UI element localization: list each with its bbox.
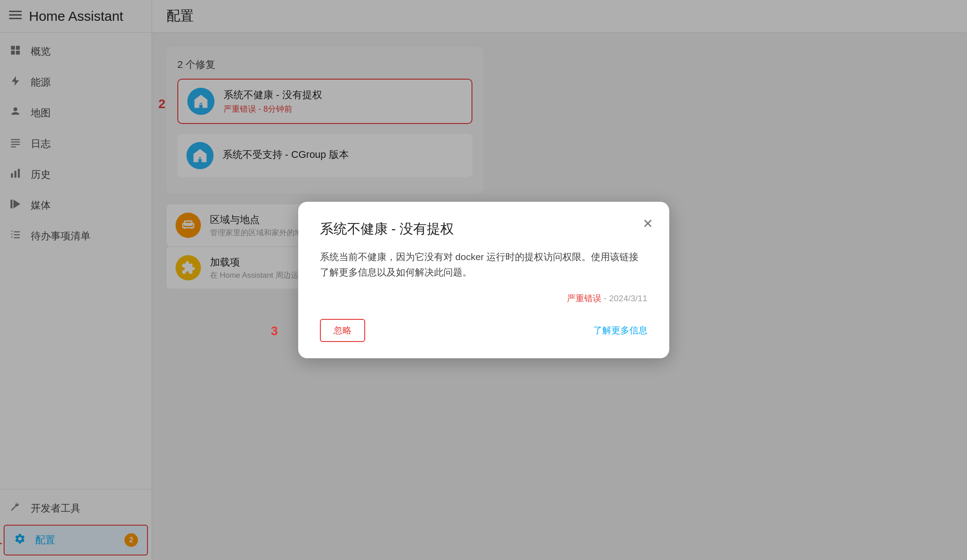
dialog-body: 系统当前不健康，因为它没有对 docker 运行时的提权访问权限。使用该链接了解… (320, 249, 648, 280)
dialog-actions: 忽略 了解更多信息 (320, 319, 648, 342)
learn-more-button[interactable]: 了解更多信息 (593, 324, 648, 337)
dialog-status-date: - 2024/3/11 (604, 294, 647, 303)
dialog-title: 系统不健康 - 没有提权 (320, 220, 648, 238)
dialog: 3 ✕ 系统不健康 - 没有提权 系统当前不健康，因为它没有对 docker 运… (298, 202, 669, 358)
dialog-status: 严重错误 - 2024/3/11 (320, 293, 648, 304)
dialog-close-button[interactable]: ✕ (643, 216, 653, 231)
dialog-status-label: 严重错误 (567, 294, 601, 303)
ignore-button[interactable]: 忽略 (320, 319, 365, 342)
dialog-overlay: 3 ✕ 系统不健康 - 没有提权 系统当前不健康，因为它没有对 docker 运… (0, 0, 967, 560)
annotation-3: 3 (271, 324, 278, 338)
